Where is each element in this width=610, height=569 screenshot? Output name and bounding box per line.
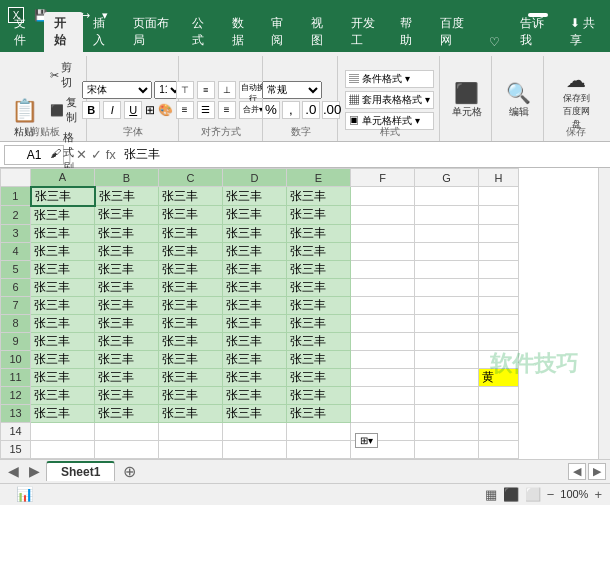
cell-F10[interactable] [351, 350, 415, 368]
cell-H4[interactable] [479, 242, 519, 260]
cell-G5[interactable] [415, 260, 479, 278]
formula-confirm-icon[interactable]: ✓ [91, 147, 102, 162]
sheet-scroll-right[interactable]: ▶ [588, 463, 606, 480]
cell-C13[interactable]: 张三丰 [159, 404, 223, 422]
cell-A2[interactable]: 张三丰 [31, 206, 95, 225]
cell-E11[interactable]: 张三丰 [287, 368, 351, 386]
tab-baidu[interactable]: 百度网 [430, 12, 479, 52]
cell-E4[interactable]: 张三丰 [287, 242, 351, 260]
row-header-15[interactable]: 15 [1, 440, 31, 458]
cell-C14[interactable] [159, 422, 223, 440]
cell-E6[interactable]: 张三丰 [287, 278, 351, 296]
align-top-btn[interactable]: ⊤ [176, 81, 194, 99]
cell-B1[interactable]: 张三丰 [95, 187, 159, 206]
cell-A7[interactable]: 张三丰 [31, 296, 95, 314]
border-btn[interactable]: ⊞ [145, 103, 155, 117]
cell-C3[interactable]: 张三丰 [159, 224, 223, 242]
cell-B14[interactable] [95, 422, 159, 440]
cell-F11[interactable] [351, 368, 415, 386]
underline-btn[interactable]: U [124, 101, 142, 119]
cell-E10[interactable]: 张三丰 [287, 350, 351, 368]
cell-F2[interactable] [351, 206, 415, 225]
cell-G10[interactable] [415, 350, 479, 368]
cell-F12[interactable] [351, 386, 415, 404]
cell-B9[interactable]: 张三丰 [95, 332, 159, 350]
cell-E3[interactable]: 张三丰 [287, 224, 351, 242]
cell-G15[interactable] [415, 440, 479, 458]
cell-H5[interactable] [479, 260, 519, 278]
bold-btn[interactable]: B [82, 101, 100, 119]
row-header-5[interactable]: 5 [1, 260, 31, 278]
view-normal-btn[interactable]: ▦ [485, 487, 497, 502]
align-left-btn[interactable]: ≡ [176, 101, 194, 119]
sheet-table-wrapper[interactable]: ABCDEFGH1张三丰张三丰张三丰张三丰张三丰2张三丰张三丰张三丰张三丰张三丰… [0, 168, 598, 459]
cell-H6[interactable] [479, 278, 519, 296]
percent-btn[interactable]: % [262, 101, 280, 119]
cell-H9[interactable] [479, 332, 519, 350]
cell-A1[interactable]: 张三丰 [31, 187, 95, 206]
row-header-7[interactable]: 7 [1, 296, 31, 314]
formula-input[interactable] [120, 145, 606, 165]
sheet-tab-next[interactable]: ▶ [25, 463, 44, 479]
cell-E15[interactable] [287, 440, 351, 458]
cell-E7[interactable]: 张三丰 [287, 296, 351, 314]
cell-A13[interactable]: 张三丰 [31, 404, 95, 422]
cell-A8[interactable]: 张三丰 [31, 314, 95, 332]
cell-B12[interactable]: 张三丰 [95, 386, 159, 404]
sheet-tab-sheet1[interactable]: Sheet1 [46, 461, 115, 481]
tab-developer[interactable]: 开发工 [341, 12, 390, 52]
col-header-H[interactable]: H [479, 169, 519, 187]
paste-options-btn[interactable]: ⊞▾ [355, 433, 378, 448]
cell-F9[interactable] [351, 332, 415, 350]
conditional-format-btn[interactable]: ▤ 条件格式 ▾ [345, 70, 434, 88]
cell-C12[interactable]: 张三丰 [159, 386, 223, 404]
tab-view[interactable]: 视图 [301, 12, 341, 52]
row-header-6[interactable]: 6 [1, 278, 31, 296]
decrease-decimal-btn[interactable]: .00 [322, 101, 340, 119]
cell-B6[interactable]: 张三丰 [95, 278, 159, 296]
cell-H2[interactable] [479, 206, 519, 225]
cell-D2[interactable]: 张三丰 [223, 206, 287, 225]
cell-E1[interactable]: 张三丰 [287, 187, 351, 206]
cell-C9[interactable]: 张三丰 [159, 332, 223, 350]
row-header-12[interactable]: 12 [1, 386, 31, 404]
tab-share[interactable]: ⬇ 共享 [560, 12, 611, 52]
cell-A12[interactable]: 张三丰 [31, 386, 95, 404]
row-header-13[interactable]: 13 [1, 404, 31, 422]
cell-A5[interactable]: 张三丰 [31, 260, 95, 278]
format-as-table-btn[interactable]: ▦ 套用表格格式 ▾ [345, 91, 434, 109]
cell-E12[interactable]: 张三丰 [287, 386, 351, 404]
row-header-2[interactable]: 2 [1, 206, 31, 225]
cell-A11[interactable]: 张三丰 [31, 368, 95, 386]
tab-help[interactable]: 帮助 [390, 12, 430, 52]
cell-D6[interactable]: 张三丰 [223, 278, 287, 296]
row-header-1[interactable]: 1 [1, 187, 31, 206]
tab-data[interactable]: 数据 [222, 12, 262, 52]
cell-F5[interactable] [351, 260, 415, 278]
increase-decimal-btn[interactable]: .0 [302, 101, 320, 119]
cell-A3[interactable]: 张三丰 [31, 224, 95, 242]
cell-G14[interactable] [415, 422, 479, 440]
vertical-scrollbar[interactable] [598, 168, 610, 459]
cell-H1[interactable] [479, 187, 519, 206]
cell-A4[interactable]: 张三丰 [31, 242, 95, 260]
tab-insert[interactable]: 插入 [83, 12, 123, 52]
cell-B2[interactable]: 张三丰 [95, 206, 159, 225]
cell-F7[interactable] [351, 296, 415, 314]
align-center-btn[interactable]: ☰ [197, 101, 215, 119]
cell-E5[interactable]: 张三丰 [287, 260, 351, 278]
cell-C4[interactable]: 张三丰 [159, 242, 223, 260]
zoom-out-btn[interactable]: − [547, 487, 555, 502]
cell-C8[interactable]: 张三丰 [159, 314, 223, 332]
tab-tellme[interactable]: 告诉我 [510, 12, 559, 52]
cell-F8[interactable] [351, 314, 415, 332]
cell-H8[interactable] [479, 314, 519, 332]
cell-F1[interactable] [351, 187, 415, 206]
tab-pagelayout[interactable]: 页面布局 [123, 12, 182, 52]
col-header-G[interactable]: G [415, 169, 479, 187]
cell-D11[interactable]: 张三丰 [223, 368, 287, 386]
cell-B13[interactable]: 张三丰 [95, 404, 159, 422]
italic-btn[interactable]: I [103, 101, 121, 119]
cell-H12[interactable] [479, 386, 519, 404]
cell-A9[interactable]: 张三丰 [31, 332, 95, 350]
